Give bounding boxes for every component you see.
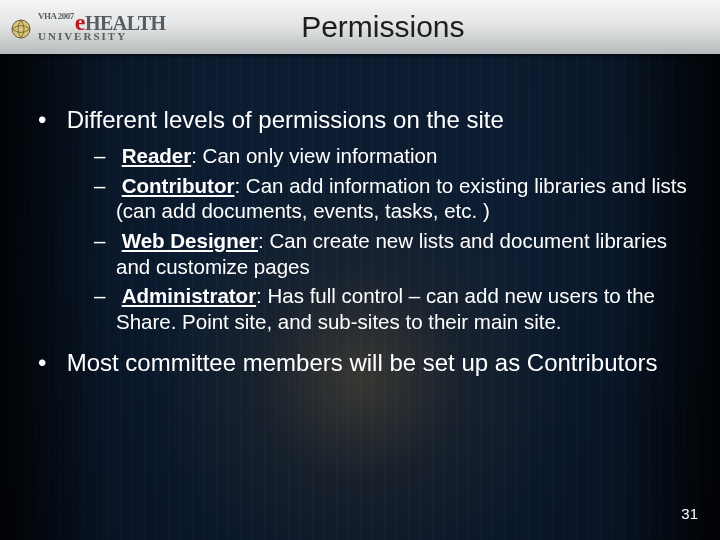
sub-bullet-webdesigner: Web Designer: Can create new lists and d… [94,228,688,279]
logo-tag: VHA 2007 [38,11,74,21]
bullet-1-text: Different levels of permissions on the s… [67,106,504,133]
role-text-reader: : Can only view information [191,144,437,167]
sub-bullet-administrator: Administrator: Has full control – can ad… [94,283,688,334]
ehealth-logo: VHA 2007eHEALTH UNIVERSITY [0,12,166,42]
sub-bullet-reader: Reader: Can only view information [94,143,688,169]
title-bar: VHA 2007eHEALTH UNIVERSITY Permissions [0,0,720,54]
globe-icon [10,12,32,42]
bullet-2-text: Most committee members will be set up as… [67,349,658,376]
role-label-administrator: Administrator [122,284,256,307]
sub-bullet-contributor: Contributor: Can add information to exis… [94,173,688,224]
role-label-webdesigner: Web Designer [122,229,258,252]
slide: VHA 2007eHEALTH UNIVERSITY Permissions D… [0,0,720,540]
logo-subtitle: UNIVERSITY [38,32,166,42]
svg-point-0 [12,20,30,38]
page-number: 31 [681,505,698,522]
slide-title: Permissions [166,10,720,44]
bullet-2: Most committee members will be set up as… [32,348,688,378]
role-label-contributor: Contributor [122,174,235,197]
logo-text: VHA 2007eHEALTH UNIVERSITY [38,12,166,41]
slide-content: Different levels of permissions on the s… [32,105,688,392]
role-label-reader: Reader [122,144,192,167]
bullet-1: Different levels of permissions on the s… [32,105,688,334]
